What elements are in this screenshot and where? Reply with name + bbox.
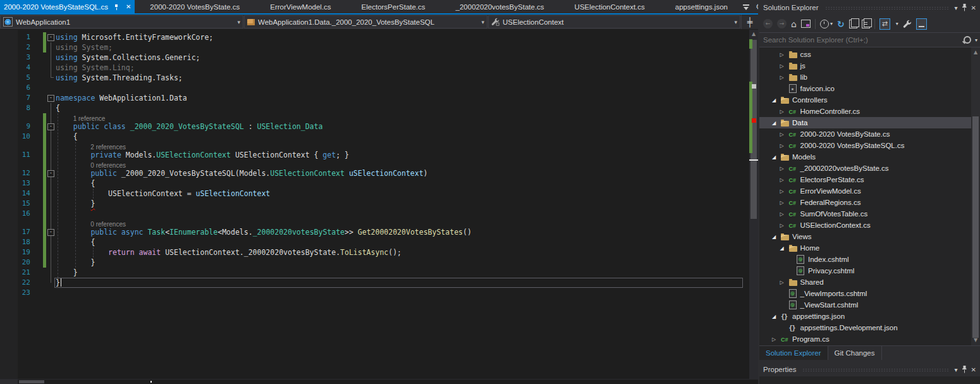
tool-window-tab[interactable]: Solution Explorer [759,346,828,360]
tree-item[interactable]: Home [759,242,971,254]
tree-item[interactable]: _ViewImports.cshtml [759,288,971,299]
code-line[interactable]: 20 } [0,257,749,268]
code-line[interactable]: 7namespace WebApplication1.Data [0,93,749,103]
scrollbar-thumb[interactable] [19,380,44,383]
window-menu-icon[interactable] [955,366,958,373]
tree-item[interactable]: css [759,49,971,60]
code-line[interactable]: 13 { [0,178,749,189]
code-line[interactable]: 22} [0,278,749,288]
code-line[interactable]: 1using Microsoft.EntityFrameworkCore; [0,32,749,42]
chevron-collapsed-icon[interactable] [780,166,789,171]
close-icon[interactable] [971,4,976,11]
tree-item[interactable]: SumOfVotesTable.cs [759,208,971,220]
chevron-down-icon[interactable] [975,37,977,43]
code-line[interactable]: 10 { [0,132,749,142]
chevron-collapsed-icon[interactable] [780,63,789,69]
editor-tab[interactable]: ErrorViewModel.cs [255,0,346,13]
tree-item[interactable]: favicon.ico [759,83,971,94]
code-line[interactable]: 5using System.Threading.Tasks; [0,73,749,83]
chevron-down-icon[interactable] [896,21,898,27]
tree-item[interactable]: ErrorViewModel.cs [759,185,971,197]
code-line[interactable]: 14 USElectionContext = uSElectionContext [0,189,749,199]
tree-item[interactable]: 2000-2020 VotesByStateSQL.cs [759,140,971,151]
show-all-files-button[interactable] [862,18,870,30]
code-line[interactable]: 18 { [0,237,749,247]
fold-toggle-icon[interactable] [47,95,54,102]
code-line[interactable]: 21 } [0,268,749,278]
fold-toggle-icon[interactable] [47,123,54,130]
refresh-button[interactable] [837,18,845,30]
search-icon[interactable] [964,36,971,44]
window-menu-icon[interactable] [955,4,958,11]
code-line[interactable]: 16 [0,209,749,219]
member-dropdown[interactable]: USElectionContext [488,15,740,28]
editor-tab[interactable]: 2000-2020 VotesByStateSQL.cs [0,0,135,13]
chevron-expanded-icon[interactable] [772,154,781,160]
scrollbar-up-arrow-icon[interactable] [749,30,758,39]
close-icon[interactable] [971,366,976,373]
tree-item[interactable]: HomeController.cs [759,106,971,117]
code-line[interactable]: 9 public class _2000_2020_VotesByStateSQ… [0,121,749,132]
code-line[interactable]: 6 [0,83,749,93]
pin-icon[interactable] [962,366,967,373]
tree-scrollbar[interactable] [971,47,980,345]
search-input[interactable] [759,36,964,44]
preview-selected-items-button[interactable] [916,18,927,30]
code-line[interactable]: 15 } [0,199,749,209]
chevron-collapsed-icon[interactable] [780,189,789,194]
scrollbar-up-arrow-icon[interactable] [971,49,980,56]
code-line[interactable]: 11 private Models.USElectionContext USEl… [0,150,749,160]
tree-item[interactable]: 2000-2020 VotesByState.cs [759,128,971,140]
tree-item[interactable]: USElectionContext.cs [759,220,971,231]
tree-item[interactable]: Program.cs [759,333,971,345]
code-line[interactable]: 4using System.Linq; [0,63,749,73]
chevron-expanded-icon[interactable] [772,234,781,240]
fold-toggle-icon[interactable] [47,229,54,236]
code-line[interactable]: 12 public _2000_2020_VotesByStateSQL(Mod… [0,168,749,178]
chevron-collapsed-icon[interactable] [780,52,789,58]
editor-tab[interactable]: ElectorsPerState.cs [346,0,441,13]
split-editor-button[interactable] [741,15,758,29]
chevron-collapsed-icon[interactable] [780,177,789,183]
type-dropdown[interactable]: WebApplication1.Data._2000_2020_VotesByS… [244,15,487,28]
code-line[interactable]: 8{ [0,103,749,113]
home-button[interactable] [791,18,797,30]
tree-item[interactable]: Shared [759,276,971,288]
chevron-collapsed-icon[interactable] [780,280,789,285]
editor-tab[interactable]: appsettings.json [660,0,743,13]
scrollbar-down-arrow-icon[interactable] [971,337,980,344]
tab-list-dropdown-icon[interactable] [743,4,749,10]
chevron-expanded-icon[interactable] [772,97,781,103]
pending-changes-filter-button[interactable] [820,18,833,30]
editor-tab[interactable]: USElectionContext.cs [560,0,660,13]
forward-button[interactable] [777,19,787,28]
chevron-expanded-icon[interactable] [772,120,781,126]
tree-item[interactable]: Controllers [759,94,971,106]
code-editor[interactable]: 1using Microsoft.EntityFrameworkCore;2us… [0,30,758,379]
pin-icon[interactable] [113,3,121,11]
close-icon[interactable] [126,4,131,10]
tree-item[interactable]: js [759,60,971,71]
tree-item[interactable]: _20002020votesByState.cs [759,163,971,174]
tool-window-tab[interactable]: Git Changes [828,346,882,360]
pin-icon[interactable] [962,4,967,11]
switch-views-button[interactable] [801,18,811,30]
chevron-collapsed-icon[interactable] [780,75,789,80]
back-button[interactable] [763,19,773,28]
code-line[interactable]: 19 return await USElectionContext._20002… [0,247,749,257]
editor-tab[interactable]: _20002020votesByState.cs [441,0,560,13]
tree-item[interactable]: _ViewStart.cshtml [759,299,971,311]
code-line[interactable]: 17 public async Task<IEnumerable<Models.… [0,227,749,237]
fold-toggle-icon[interactable] [47,170,54,177]
code-line[interactable]: 2using System; [0,42,749,53]
properties-wrench-button[interactable] [903,18,912,30]
tree-item[interactable]: lib [759,71,971,83]
tree-item[interactable]: ElectorsPerState.cs [759,174,971,185]
chevron-collapsed-icon[interactable] [780,223,789,228]
fold-toggle-icon[interactable] [47,34,54,41]
editor-horizontal-scrollbar[interactable] [0,379,758,384]
code-line[interactable]: 3using System.Collections.Generic; [0,53,749,63]
chevron-expanded-icon[interactable] [772,314,781,319]
tree-item[interactable]: Data [759,117,971,128]
tree-item[interactable]: Privacy.cshtml [759,265,971,276]
